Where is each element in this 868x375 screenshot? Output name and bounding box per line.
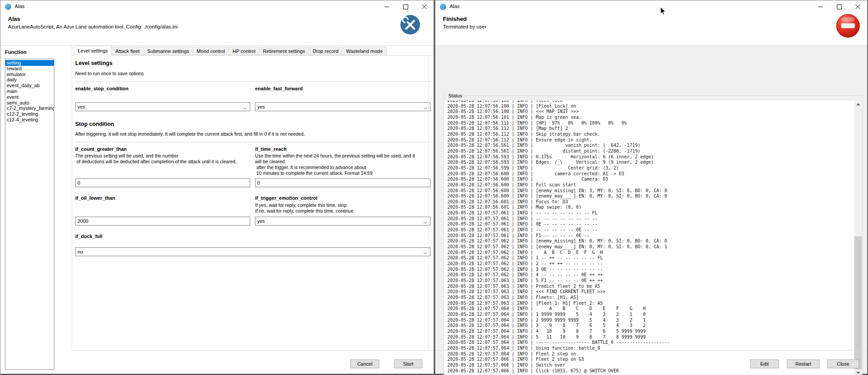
log-line: 2020-05-28 12:07:57.063 | INFO | <<< FIN…: [447, 289, 862, 295]
maximize-icon: [403, 4, 408, 9]
log-line: 2020-05-28 12:07:56.600 | INFO | camera …: [447, 171, 862, 177]
mouse-cursor: [660, 7, 666, 17]
sidebar-item-c12-2_leveling[interactable]: c12-2_leveling: [5, 111, 54, 117]
log-line: 2020-05-28 12:07:57.063 | INFO | [Fleet_…: [447, 301, 862, 306]
tab-level-settings[interactable]: Level settings: [74, 46, 112, 56]
log-line: 2020-05-28 12:07:56.600 | INFO | Full sc…: [447, 182, 862, 188]
log-window: Alas Finished Terminated by user: [435, 0, 868, 374]
log-line: 2020-05-28 12:07:57.064 | INFO | -------…: [447, 340, 862, 346]
tab-submarine-settings[interactable]: Submarine settings: [143, 47, 193, 55]
log-line: 2020-05-28 12:07:56.112 | INFO | Skip st…: [447, 132, 862, 137]
chevron-down-icon: [423, 250, 427, 256]
log-line: 2020-05-28 12:07:56.561 | INFO | vanish_…: [447, 143, 862, 149]
chevron-down-icon: [423, 220, 427, 225]
log-line: 2020-05-28 12:07:57.064 | INFO | 5 11 10…: [447, 335, 862, 340]
log-line: 2020-05-28 12:07:57.062 | INFO | 3 0E --…: [447, 267, 862, 273]
sidebar-item-c12-4_leveling[interactable]: c12-4_leveling: [5, 117, 54, 123]
function-label: Function: [5, 49, 27, 55]
restart-button[interactable]: Restart: [787, 359, 819, 368]
maximize-button[interactable]: [396, 0, 415, 13]
close-icon: [856, 4, 860, 9]
if-count-greater-than-input[interactable]: [75, 178, 250, 187]
tab-retirement-settings[interactable]: Retirement settings: [259, 47, 309, 55]
log-line: 2020-05-28 12:07:57.066 | INFO | Click (…: [447, 368, 862, 374]
close-action-button[interactable]: Close: [827, 359, 859, 368]
tab-wasteland-mode[interactable]: Wasteland mode: [342, 47, 386, 55]
app-title: Alas: [8, 16, 20, 22]
sidebar-item-daily[interactable]: daily: [5, 77, 54, 83]
log-line: 2020-05-28 12:07:56.593 | INFO | 0.175s …: [447, 154, 862, 160]
sidebar-item-event[interactable]: event: [5, 94, 54, 100]
content-right-border: [428, 55, 429, 350]
sidebar-item-event_daily_ab[interactable]: event_daily_ab: [5, 83, 54, 89]
edit-button[interactable]: Edit: [750, 359, 779, 368]
scroll-up-button[interactable]: [854, 101, 862, 108]
log-view[interactable]: 2020-05-28 12:07:56.100 | INFO | fleet_l…: [444, 101, 862, 375]
log-line: 2020-05-28 12:07:57.064 | INFO | 1 9999 …: [447, 312, 862, 318]
sidebar-item-semi_auto[interactable]: semi_auto: [5, 100, 54, 106]
level-settings-panel: Level settings Need to run once to save …: [72, 56, 431, 350]
maximize-button[interactable]: [830, 0, 848, 13]
field-label-enable-fast-forward: enable_fast_forward: [255, 86, 303, 91]
section-title: Stop condition: [75, 121, 114, 127]
if-oil-lower-than-input[interactable]: [75, 217, 250, 226]
field-label-if-trigger-emotion-control: if_trigger_emotion_control: [255, 195, 317, 201]
titlebar-left[interactable]: Alas: [0, 0, 434, 13]
arrow-up-icon: [856, 103, 860, 105]
tab-hp-control[interactable]: HP control: [228, 47, 259, 55]
sidebar-item-setting[interactable]: setting: [5, 60, 54, 66]
window-title-right: Alas: [450, 4, 459, 9]
stop-icon: [836, 14, 860, 38]
field-label-enable-stop-condition: enable_stop_condition: [75, 86, 129, 91]
close-icon: [422, 4, 426, 9]
function-list[interactable]: settingrewardemulatordailyevent_daily_ab…: [5, 59, 54, 370]
select-value: yes: [77, 104, 85, 109]
field-label-if-time-reach: if_time_reach: [255, 146, 287, 152]
section-desc: Need to run once to save options: [75, 71, 144, 76]
finish-title: Finished: [443, 16, 466, 22]
log-line: 2020-05-28 12:07:56.101 | INFO | Map is …: [447, 115, 862, 121]
log-line: 2020-05-28 12:07:56.561 | INFO | distant…: [447, 149, 862, 154]
minimize-button[interactable]: [377, 0, 396, 13]
if-dock-full-select[interactable]: no: [75, 247, 430, 256]
log-line: 2020-05-28 12:07:57.064 | INFO | 2 9999 …: [447, 318, 862, 323]
if-time-reach-input[interactable]: [255, 178, 430, 187]
scrollbar[interactable]: [854, 101, 862, 375]
scroll-down-button[interactable]: [854, 369, 862, 375]
titlebar-right[interactable]: Alas: [435, 0, 867, 13]
field-desc: The previous setting will be used, and t…: [75, 153, 251, 165]
chevron-down-icon: [423, 105, 427, 111]
sidebar-item-reward[interactable]: reward: [5, 66, 54, 72]
log-line: 2020-05-28 12:07:57.062 | INFO | A B C D…: [447, 250, 862, 256]
sidebar-item-emulator[interactable]: emulator: [5, 72, 54, 77]
log-line: 2020-05-28 12:07:56.112 | INFO | [Map_bu…: [447, 126, 862, 132]
app-logo-icon: [439, 3, 446, 10]
if-trigger-emotion-control-select[interactable]: yes: [255, 217, 430, 226]
scroll-thumb[interactable]: [854, 236, 862, 369]
log-line: 2020-05-28 12:07:57.064 | INFO | 4 10 9 …: [447, 329, 862, 335]
log-line: 2020-05-28 12:07:56.601 | INFO | Focus t…: [447, 199, 862, 205]
log-line: 2020-05-28 12:07:57.062 | INFO | 4 -- --…: [447, 272, 862, 278]
finish-subtitle: Terminated by user: [443, 24, 487, 29]
sidebar-item-main[interactable]: main: [5, 89, 54, 94]
minimize-button[interactable]: [811, 0, 830, 13]
window-title-left: Alas: [15, 4, 24, 9]
close-button[interactable]: [415, 0, 434, 13]
tab-attack-fleet[interactable]: Attack fleet: [111, 47, 143, 55]
log-line: 2020-05-28 12:07:56.100 | INFO | <<< MAP…: [447, 109, 862, 115]
enable-fast-forward-select[interactable]: yes: [255, 102, 430, 111]
log-line: 2020-05-28 12:07:57.062 | INFO | 1 -- ++…: [447, 255, 862, 261]
log-line: 2020-05-28 12:07:57.062 | INFO | 2 -- ++…: [447, 261, 862, 267]
close-button[interactable]: [848, 0, 867, 13]
maximize-icon: [837, 4, 842, 9]
start-button[interactable]: Start: [394, 359, 422, 368]
divider: [75, 142, 430, 142]
status-panel: Status 2020-05-28 12:07:56.100 | INFO | …: [435, 46, 867, 374]
tab-drop-record[interactable]: Drop record: [308, 47, 342, 55]
sidebar-item-c7-2_mystery_farming[interactable]: c7-2_mystery_farming: [5, 105, 54, 111]
enable-stop-condition-select[interactable]: yes: [75, 102, 250, 111]
select-value: yes: [257, 218, 265, 224]
log-line: 2020-05-28 12:07:56.112 | INFO | Ensure …: [447, 137, 862, 143]
tab-mood-control[interactable]: Mood control: [193, 47, 229, 55]
cancel-button[interactable]: Cancel: [350, 359, 379, 368]
